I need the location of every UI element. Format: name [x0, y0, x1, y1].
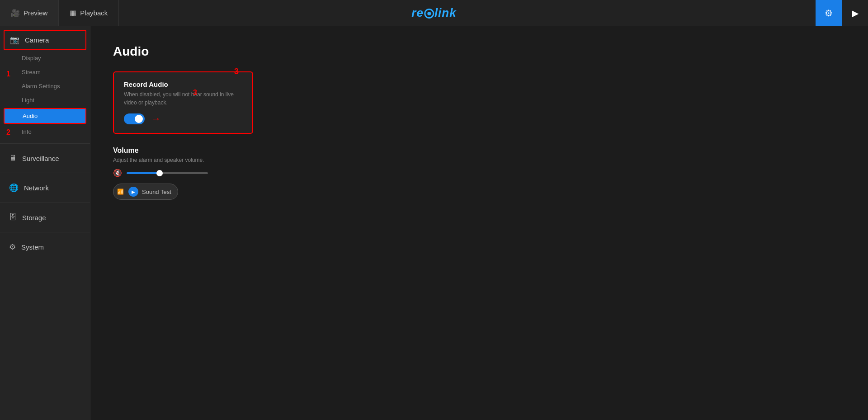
topbar-right: ⚙ ▶	[816, 0, 868, 26]
play-icon: ▶	[128, 187, 138, 197]
preview-label: Preview	[24, 9, 47, 17]
settings-icon: ⚙	[825, 8, 833, 19]
preview-icon: 🎥	[11, 9, 20, 17]
main-content: Audio 3 Record Audio When disabled, you …	[90, 26, 868, 420]
sidebar-item-alarm-settings[interactable]: Alarm Settings	[0, 79, 90, 93]
reolink-logo: relink	[411, 6, 456, 19]
arrow-button[interactable]: ▶	[842, 0, 868, 26]
sound-test-label: Sound Test	[142, 189, 171, 195]
record-audio-desc: When disabled, you will not hear sound i…	[124, 90, 242, 107]
playback-icon: ▦	[70, 9, 76, 17]
system-label: System	[21, 243, 44, 251]
alarm-settings-label: Alarm Settings	[22, 83, 60, 90]
volume-title: Volume	[113, 146, 845, 155]
record-audio-title: Record Audio	[124, 80, 242, 88]
storage-icon: 🗄	[9, 213, 17, 222]
system-section: ⚙ System	[0, 234, 90, 260]
network-section: 🌐 Network	[0, 175, 90, 201]
sidebar-item-storage[interactable]: 🗄 Storage	[0, 208, 90, 227]
toggle-thumb	[135, 115, 143, 123]
volume-row: 🔇	[113, 169, 845, 177]
sidebar-item-light[interactable]: Light	[0, 93, 90, 107]
surveillance-section: 🖥 Surveillance	[0, 146, 90, 171]
volume-slider[interactable]	[127, 172, 208, 174]
volume-icon: 🔇	[113, 169, 122, 177]
audio-label: Audio	[23, 113, 38, 119]
toggle-track	[124, 113, 145, 124]
sidebar-item-camera[interactable]: 📷 Camera	[4, 30, 86, 50]
camera-section: 📷 Camera Display Stream Alarm Settings L…	[0, 26, 90, 142]
volume-section: Volume Adjust the alarm and speaker volu…	[113, 146, 845, 200]
page-title: Audio	[113, 44, 845, 59]
record-audio-toggle[interactable]	[124, 113, 145, 124]
arrow-annotation: →	[151, 113, 161, 125]
volume-desc: Adjust the alarm and speaker volume.	[113, 157, 845, 163]
surveillance-icon: 🖥	[9, 154, 17, 163]
topbar: 🎥 Preview ▦ Playback relink ⚙ ▶	[0, 0, 868, 26]
sidebar-item-surveillance[interactable]: 🖥 Surveillance	[0, 148, 90, 168]
arrow-icon: ▶	[852, 8, 859, 19]
annotation-3: 3	[234, 67, 239, 76]
sidebar: 📷 Camera Display Stream Alarm Settings L…	[0, 26, 90, 420]
record-audio-card: 3 Record Audio When disabled, you will n…	[113, 71, 253, 134]
logo-container: relink	[411, 6, 456, 20]
stream-label: Stream	[22, 69, 41, 76]
preview-tab[interactable]: 🎥 Preview	[0, 0, 59, 26]
light-label: Light	[22, 97, 34, 104]
storage-label: Storage	[22, 214, 46, 222]
playback-tab[interactable]: ▦ Playback	[59, 0, 119, 26]
network-label: Network	[24, 184, 49, 192]
sidebar-camera-label: Camera	[25, 36, 49, 44]
network-icon: 🌐	[9, 183, 19, 193]
camera-icon: 📷	[10, 35, 19, 45]
sidebar-item-stream[interactable]: Stream	[0, 65, 90, 79]
sidebar-item-system[interactable]: ⚙ System	[0, 237, 90, 257]
system-icon: ⚙	[9, 242, 16, 252]
sidebar-item-display[interactable]: Display	[0, 51, 90, 65]
divider-4	[0, 232, 90, 232]
surveillance-label: Surveillance	[22, 155, 59, 162]
divider-3	[0, 203, 90, 203]
display-label: Display	[22, 55, 41, 61]
sidebar-item-audio[interactable]: Audio	[4, 108, 86, 124]
settings-button[interactable]: ⚙	[816, 0, 842, 26]
info-label: Info	[22, 128, 32, 135]
sound-test-button[interactable]: 📶 ▶ Sound Test	[113, 184, 178, 200]
playback-label: Playback	[80, 9, 108, 17]
sidebar-item-info[interactable]: Info	[0, 125, 90, 139]
storage-section: 🗄 Storage	[0, 205, 90, 230]
toggle-row: →	[124, 113, 242, 125]
layout: 📷 Camera Display Stream Alarm Settings L…	[0, 26, 868, 420]
sound-waves-icon: 📶	[117, 189, 124, 195]
sidebar-item-network[interactable]: 🌐 Network	[0, 178, 90, 198]
divider-1	[0, 143, 90, 144]
topbar-left: 🎥 Preview ▦ Playback	[0, 0, 119, 26]
logo-o	[424, 9, 434, 19]
divider-2	[0, 173, 90, 173]
